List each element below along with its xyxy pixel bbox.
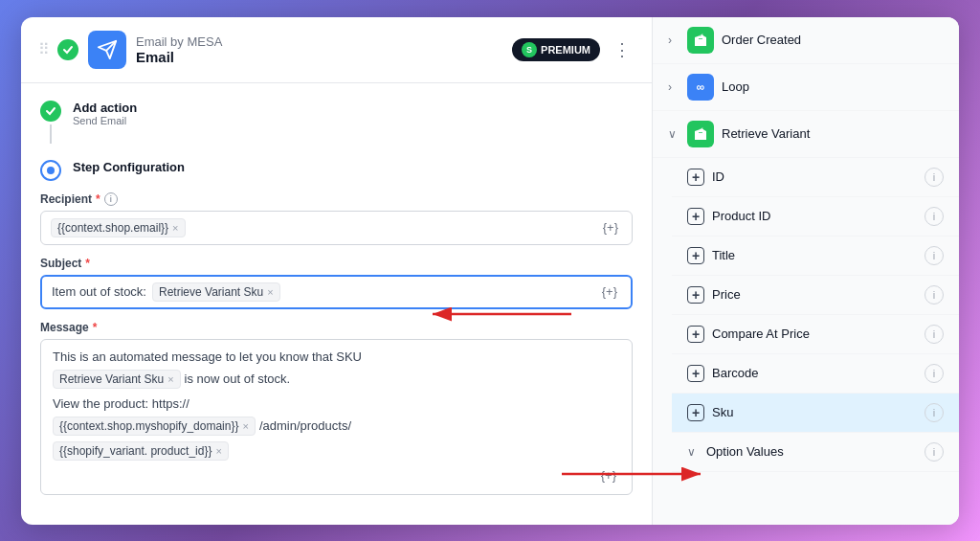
message-tag3[interactable]: {{shopify_variant. product_id}} × — [53, 441, 229, 461]
subject-tag[interactable]: Retrieve Variant Sku × — [152, 282, 280, 302]
field-compare-at-price[interactable]: + Compare At Price i — [672, 315, 959, 354]
field-barcode[interactable]: + Barcode i — [672, 354, 959, 394]
info-barcode-icon[interactable]: i — [924, 364, 944, 383]
retrieve-variant-label: Retrieve Variant — [722, 126, 944, 141]
header-bar: ⠿ Email by MESA Email S PREMIUM ⋮ — [21, 17, 652, 83]
right-item-order-created[interactable]: › Order Created — [653, 17, 959, 64]
app-name: Email by MESA — [136, 34, 502, 49]
more-options-button[interactable]: ⋮ — [610, 35, 635, 64]
info-id-icon[interactable]: i — [924, 168, 944, 187]
grid-dots-icon[interactable]: ⠿ — [38, 40, 52, 58]
message-line2: Retrieve Variant Sku × is now out of sto… — [53, 370, 620, 389]
plus-id-icon: + — [687, 169, 704, 186]
right-item-loop[interactable]: › ∞ Loop — [653, 64, 959, 111]
shopify-icon-order — [687, 27, 714, 54]
field-barcode-label: Barcode — [712, 366, 917, 380]
message-required-star: * — [93, 321, 98, 334]
step-check-icon — [57, 39, 78, 60]
field-price[interactable]: + Price i — [672, 276, 959, 315]
message-section: Message * This is an automated message t… — [40, 321, 633, 495]
recipient-info-icon[interactable]: i — [104, 192, 118, 206]
subject-section: Subject * Item out of stock: Retrieve Va… — [40, 257, 633, 309]
field-title[interactable]: + Title i — [672, 237, 959, 276]
plus-product-id-icon: + — [687, 208, 704, 225]
step1-circle — [40, 101, 61, 122]
field-sku-label: Sku — [712, 405, 917, 419]
chevron-down-retrieve-icon: ∨ — [668, 127, 679, 141]
message-tag2[interactable]: {{context.shop.myshopify_domain}} × — [53, 417, 256, 436]
premium-s-icon: S — [522, 42, 537, 57]
message-tag1[interactable]: Retrieve Variant Sku × — [53, 370, 181, 389]
loop-label: Loop — [722, 79, 944, 94]
info-product-id-icon[interactable]: i — [924, 207, 944, 226]
message-line1: This is an automated message to let you … — [53, 349, 620, 364]
info-sku-icon[interactable]: i — [924, 403, 944, 422]
chevron-right-icon: › — [668, 34, 679, 47]
plus-price-icon: + — [687, 286, 704, 304]
subject-required-star: * — [85, 257, 90, 270]
subject-input[interactable]: Item out of stock: Retrieve Variant Sku … — [40, 275, 633, 309]
right-item-retrieve-variant[interactable]: ∨ Retrieve Variant — [653, 111, 959, 158]
message-input[interactable]: This is an automated message to let you … — [40, 339, 633, 495]
step2-circle — [40, 160, 61, 181]
info-title-icon[interactable]: i — [924, 246, 944, 265]
info-option-values-icon[interactable]: i — [924, 442, 944, 462]
recipient-section: Recipient * i {{context.shop.email}} × {… — [40, 192, 633, 245]
order-created-label: Order Created — [722, 33, 944, 47]
recipient-label: Recipient * i — [40, 192, 633, 206]
plus-barcode-icon: + — [687, 365, 704, 382]
message-label: Message * — [40, 321, 633, 334]
field-product-id-label: Product ID — [712, 209, 917, 223]
step-add-action: Add action Send Email — [40, 99, 633, 147]
step1-title: Add action — [73, 101, 137, 115]
right-panel: › Order Created › ∞ Loop ∨ Retrieve Vari… — [653, 17, 959, 525]
field-compare-label: Compare At Price — [712, 327, 917, 341]
field-option-values[interactable]: ∨ Option Values i — [672, 433, 959, 472]
plus-title-icon: + — [687, 247, 704, 264]
step-configuration: Step Configuration — [40, 158, 633, 181]
chevron-option-values-icon: ∨ — [687, 445, 699, 459]
subject-label: Subject * — [40, 257, 633, 270]
field-option-values-label: Option Values — [706, 444, 917, 459]
shopify-icon-retrieve — [687, 121, 714, 147]
variant-fields: + ID i + Product ID i + Title i — [653, 158, 959, 472]
info-compare-icon[interactable]: i — [924, 325, 944, 344]
plus-compare-icon: + — [687, 326, 704, 343]
field-id[interactable]: + ID i — [672, 158, 959, 197]
plus-sku-icon: + — [687, 404, 704, 421]
required-star: * — [96, 192, 100, 206]
recipient-tag[interactable]: {{context.shop.email}} × — [51, 218, 186, 237]
premium-badge: S PREMIUM — [512, 38, 600, 61]
recipient-add-button[interactable]: {+} — [599, 218, 622, 237]
header-title-group: Email by MESA Email — [136, 34, 502, 65]
subject-add-button[interactable]: {+} — [598, 282, 621, 301]
loop-icon: ∞ — [687, 74, 714, 101]
chevron-right-loop-icon: › — [668, 80, 679, 94]
app-icon — [88, 31, 126, 69]
step2-title: Step Configuration — [73, 160, 185, 174]
left-content: Add action Send Email Step Configuration — [21, 83, 652, 525]
field-title-label: Title — [712, 248, 917, 262]
header-type: Email — [136, 49, 502, 65]
info-price-icon[interactable]: i — [924, 285, 944, 304]
recipient-input[interactable]: {{context.shop.email}} × {+} — [40, 211, 633, 245]
subject-prefix: Item out of stock: — [52, 284, 146, 299]
message-add-button[interactable]: {+} — [597, 466, 620, 485]
message-line3: View the product: https:// {{context.sho… — [53, 396, 620, 461]
field-id-label: ID — [712, 169, 917, 184]
step1-subtitle: Send Email — [73, 115, 137, 126]
field-product-id[interactable]: + Product ID i — [672, 197, 959, 237]
field-sku[interactable]: + Sku i — [672, 394, 959, 433]
field-price-label: Price — [712, 287, 917, 302]
